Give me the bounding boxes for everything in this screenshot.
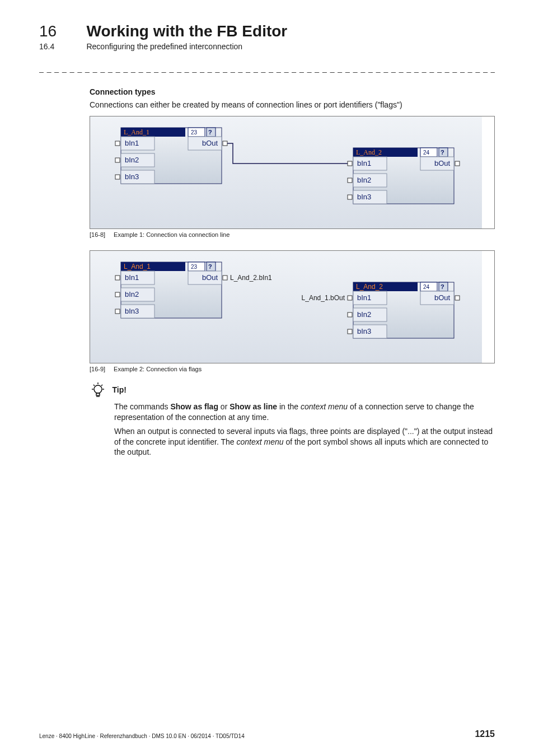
section-header: 16.4 Reconfiguring the predefined interc… (39, 41, 495, 52)
tip-block: Tip! The commands Show as flag or Show a… (90, 381, 495, 458)
footer-meta: Lenze · 8400 HighLine · Referenzhandbuch… (39, 733, 245, 739)
b2-in3: bIn3 (357, 193, 371, 201)
tip-title: Tip! (112, 385, 126, 394)
svg-rect-18 (348, 161, 352, 166)
svg-rect-6 (115, 141, 120, 146)
svg-line-54 (93, 385, 95, 386)
b2-out: bOut (434, 293, 451, 302)
svg-rect-8 (115, 158, 120, 162)
svg-rect-24 (455, 161, 460, 166)
block1-title: L_And_1 (124, 128, 149, 136)
tip-paragraph-1: The commands Show as flag or Show as lin… (114, 402, 495, 423)
fig2-tag: [16-9] (90, 366, 112, 372)
b1-in1: bIn1 (125, 139, 139, 147)
svg-rect-10 (115, 175, 120, 179)
svg-rect-47 (348, 329, 352, 334)
svg-rect-37 (223, 276, 227, 280)
help-icon: ? (441, 283, 444, 290)
b1-in3: bIn3 (125, 307, 139, 315)
figure-2-caption: [16-9] Example 2: Connection via flags (90, 366, 495, 372)
b2-in1: bIn1 (357, 293, 371, 302)
section-number: 16.4 (39, 42, 84, 51)
b2-in2: bIn2 (357, 310, 371, 319)
document-page: 16 Working with the FB Editor 16.4 Recon… (0, 0, 534, 756)
fig1-tag: [16-8] (90, 231, 112, 238)
b1-out: bOut (202, 273, 218, 282)
b2-in1: bIn1 (357, 159, 371, 167)
page-number: 1215 (475, 729, 495, 739)
svg-point-50 (94, 385, 102, 393)
block2-idx: 24 (423, 150, 430, 156)
main-content: Connection types Connections can either … (90, 87, 495, 458)
svg-rect-49 (455, 296, 460, 300)
block1-title: L_And_1 (124, 263, 151, 270)
b1-out: bOut (202, 139, 218, 147)
figure-2: L_And_1 23 ? bIn1 bIn2 bIn3 bOut (90, 250, 495, 363)
svg-rect-22 (348, 195, 352, 199)
b1-in1: bIn1 (125, 273, 139, 282)
block2-title: L_And_2 (356, 283, 383, 291)
b2-flag-in: L_And_1.bOut (302, 294, 345, 302)
svg-line-55 (101, 385, 102, 386)
tip-paragraph-2: When an output is connected to several i… (114, 426, 495, 458)
section-title: Reconfiguring the predefined interconnec… (86, 42, 242, 51)
b1-in3: bIn3 (125, 172, 139, 181)
connection-types-heading: Connection types (90, 87, 495, 96)
b1-in2: bIn2 (125, 156, 139, 164)
figure-1-caption: [16-8] Example 1: Connection via connect… (90, 231, 495, 238)
connection-types-intro: Connections can either be created by mea… (90, 100, 495, 110)
block-l-and-2: L_And_2 24 ? bIn1 bIn2 bIn3 bOut (348, 148, 460, 204)
b2-in2: bIn2 (357, 176, 371, 184)
page-footer: Lenze · 8400 HighLine · Referenzhandbuch… (39, 729, 495, 739)
chapter-title: Working with the FB Editor (86, 22, 287, 40)
svg-rect-45 (348, 312, 352, 317)
block-l-and-1: L_And_1 23 ? bIn1 bIn2 bIn3 bO (115, 128, 227, 184)
divider: _ _ _ _ _ _ _ _ _ _ _ _ _ _ _ _ _ _ _ _ … (39, 64, 495, 73)
block2-idx: 24 (423, 284, 430, 290)
help-icon: ? (441, 149, 444, 156)
help-icon: ? (208, 129, 212, 136)
fig2-text: Example 2: Connection via flags (114, 366, 202, 372)
fig1-text: Example 1: Connection via connection lin… (114, 231, 229, 238)
block1-idx: 23 (191, 264, 198, 270)
b1-flag-out: L_And_2.bIn1 (230, 274, 272, 282)
b2-in3: bIn3 (357, 327, 371, 335)
b1-in2: bIn2 (125, 290, 139, 298)
chapter-header: 16 Working with the FB Editor (39, 22, 495, 40)
block1-idx: 23 (191, 129, 198, 136)
tip-body: The commands Show as flag or Show as lin… (114, 402, 495, 458)
lightbulb-icon (90, 381, 106, 398)
chapter-number: 16 (39, 22, 84, 40)
svg-rect-31 (115, 276, 120, 280)
block2-title: L_And_2 (356, 148, 382, 156)
b2-out: bOut (434, 159, 451, 167)
figure-1: L_And_1 23 ? bIn1 bIn2 bIn3 bO (90, 116, 495, 229)
svg-rect-33 (115, 292, 120, 297)
svg-rect-56 (96, 393, 100, 395)
svg-rect-12 (223, 141, 227, 146)
svg-rect-20 (348, 178, 352, 183)
help-icon: ? (208, 263, 212, 270)
svg-rect-35 (115, 309, 120, 314)
svg-rect-43 (348, 296, 352, 300)
